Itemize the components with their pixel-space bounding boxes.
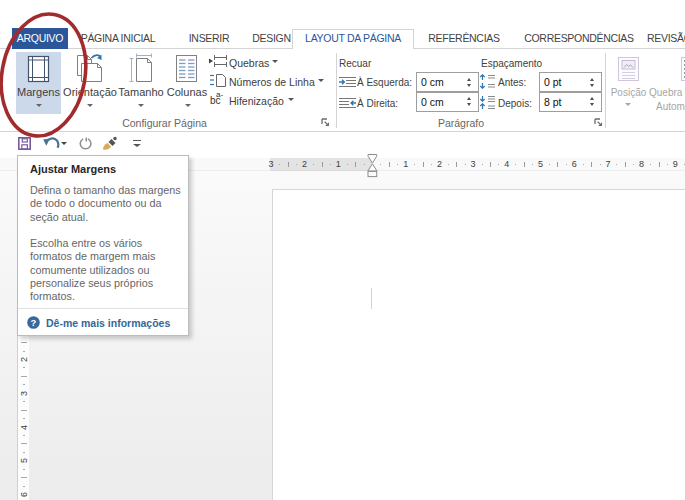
svg-text:?: ? [31, 317, 37, 328]
